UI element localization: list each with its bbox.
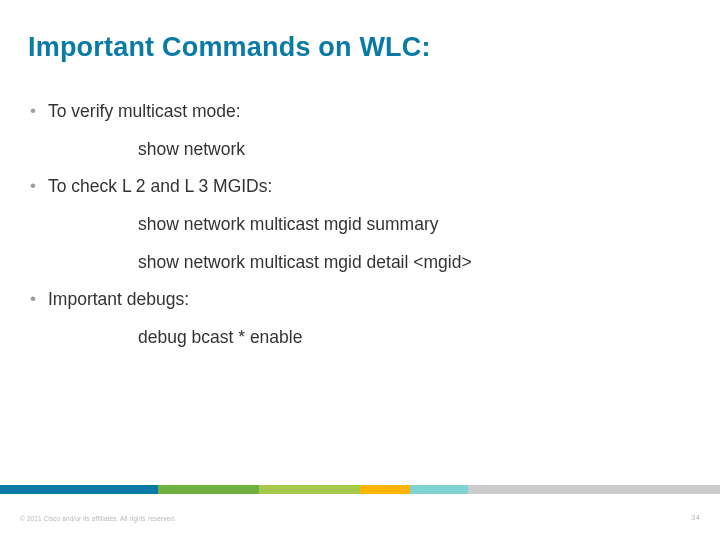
slide-title: Important Commands on WLC: xyxy=(28,32,431,63)
bullet-label: Important debugs: xyxy=(48,288,692,312)
accent-segment xyxy=(158,485,259,494)
bullet-item: • To check L 2 and L 3 MGIDs: xyxy=(28,175,692,199)
footer-page-number: 34 xyxy=(691,513,700,522)
command-text: show network xyxy=(138,138,692,162)
accent-segment xyxy=(468,485,720,494)
footer-accent-bar xyxy=(0,485,720,494)
bullet-icon: • xyxy=(28,288,48,311)
footer-copyright: © 2011 Cisco and/or its affiliates. All … xyxy=(20,515,176,522)
accent-segment xyxy=(360,485,410,494)
command-text: show network multicast mgid summary xyxy=(138,213,692,237)
slide: Important Commands on WLC: • To verify m… xyxy=(0,0,720,540)
bullet-item: • Important debugs: xyxy=(28,288,692,312)
accent-segment xyxy=(259,485,360,494)
accent-segment xyxy=(410,485,468,494)
accent-segment xyxy=(0,485,158,494)
bullet-label: To verify multicast mode: xyxy=(48,100,692,124)
command-text: debug bcast * enable xyxy=(138,326,692,350)
command-text: show network multicast mgid detail <mgid… xyxy=(138,251,692,275)
bullet-icon: • xyxy=(28,175,48,198)
bullet-icon: • xyxy=(28,100,48,123)
slide-content: • To verify multicast mode: show network… xyxy=(28,100,692,363)
bullet-label: To check L 2 and L 3 MGIDs: xyxy=(48,175,692,199)
bullet-item: • To verify multicast mode: xyxy=(28,100,692,124)
